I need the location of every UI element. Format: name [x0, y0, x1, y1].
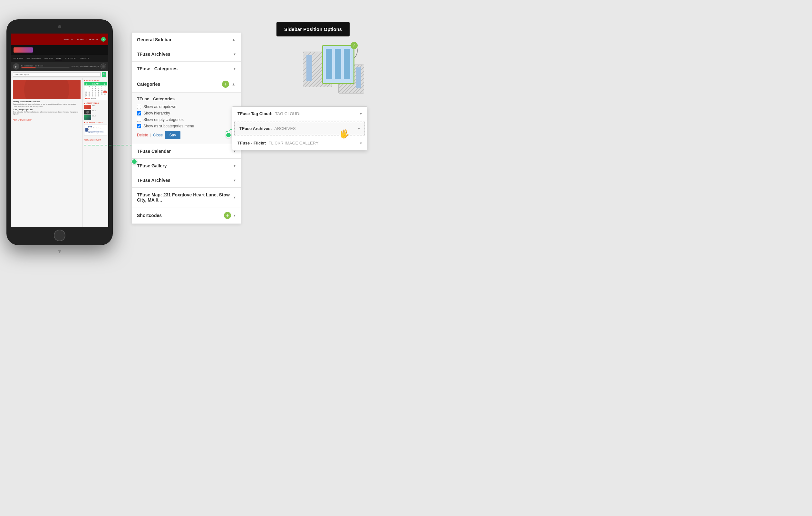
sidebar-panel: General Sidebar ▲ TFuse Archives ▾ TFuse…	[132, 32, 241, 224]
orci-text: Detur adipiscing elit. Vivamus luctus an…	[13, 111, 81, 115]
nav-news[interactable]: NEWS & PROMOS	[25, 57, 42, 60]
player-progress	[21, 67, 36, 69]
tfuse-map-title: TFuse Map: 231 Foxglove Heart Lane, Stow…	[137, 192, 234, 202]
categories-header[interactable]: Categories + ▲	[132, 76, 241, 92]
tfuse-gallery-header[interactable]: TFuse Gallery ▾	[132, 159, 241, 173]
categories-add-button[interactable]: +	[222, 81, 229, 88]
orci-title: r Orci, Quisque Eget Odio	[13, 109, 81, 111]
shortcodes-chevron: ▾	[234, 213, 236, 218]
checkbox-dropdown: Show as dropdown	[137, 105, 236, 109]
general-sidebar-title: General Sidebar	[137, 37, 171, 42]
tablet-device: SIGN-UP | LOGIN | SEARCH ♪ LOCATIONS NEW…	[0, 0, 119, 258]
post-comment-link-2[interactable]: POST A NEW COMMENT	[84, 139, 101, 141]
signup-link[interactable]: SIGN-UP	[63, 38, 73, 40]
article-text: Detur adipiscing elit. Vivamus luctus an…	[13, 103, 81, 107]
tfuse-archives-section: TFuse Archives ▾	[132, 47, 241, 62]
featured-image	[13, 80, 81, 99]
login-link[interactable]: LOGIN	[77, 38, 84, 40]
scroll-arrow: ▼	[57, 248, 62, 255]
tfuse-archives-chevron-2: ▾	[234, 178, 236, 183]
tablet-header: SIGN-UP | LOGIN | SEARCH ♪	[11, 33, 108, 45]
close-link[interactable]: Close	[153, 133, 163, 137]
categories-chevron: ▲	[232, 82, 236, 86]
categories-title: Categories	[137, 82, 160, 87]
events-label: Events	[85, 98, 90, 99]
checkbox-hierarchy-input[interactable]	[137, 111, 141, 115]
delete-close-row: Delete | Close Sav	[137, 131, 236, 139]
facebook-widget-title: ■ FACEBOOK ACTIVITY	[84, 121, 107, 124]
nav-shortcodes[interactable]: SHORTCODES	[63, 57, 77, 60]
checkbox-empty: Show empty categories	[137, 117, 236, 122]
general-sidebar-header[interactable]: General Sidebar ▲	[132, 33, 241, 47]
tablet-player: ▶ DJ Kaleidoscope - Sky & Sand Next Song…	[11, 62, 108, 71]
tablet-main-content: Vading the Summer Festivals Detur adipis…	[11, 78, 83, 227]
tfuse-archives-section-2: TFuse Archives ▾	[132, 173, 241, 188]
tfuse-calendar-title: TFuse Calendar	[137, 149, 171, 154]
dropdown-row-flickr[interactable]: TFuse - Flickr: FLICKR IMAGE GALLERY: ▾	[232, 136, 367, 150]
cal-next[interactable]: ▶	[105, 83, 106, 85]
tfuse-map-section: TFuse Map: 231 Foxglove Heart Lane, Stow…	[132, 188, 241, 207]
tagcloud-arrow: ▾	[360, 112, 362, 116]
checkbox-dropdown-label: Show as dropdown	[143, 105, 176, 109]
tooltip-arrow-svg	[0, 0, 812, 516]
video-thumb-1: Video 1	[84, 105, 107, 109]
tfuse-archives-title-2: TFuse Archives	[137, 178, 170, 183]
tfuse-categories-title: TFuse - Categories	[137, 66, 178, 71]
tablet-search-input[interactable]	[13, 72, 100, 77]
shortcodes-title: Shortcodes	[137, 213, 162, 218]
tfuse-gallery-title: TFuse Gallery	[137, 163, 167, 168]
checkbox-hierarchy: Show hierarchy	[137, 111, 236, 115]
flickr-arrow: ▾	[360, 141, 362, 145]
tfuse-gallery-section: TFuse Gallery ▾	[132, 159, 241, 173]
tfuse-calendar-header[interactable]: TFuse Calendar ▾	[132, 144, 241, 158]
next-song: Next Song: Rudimental - Not Giving U	[71, 65, 98, 67]
tfuse-archives-header[interactable]: TFuse Archives ▾	[132, 47, 241, 61]
categories-section: Categories + ▲ TFuse - Categories Show a…	[132, 76, 241, 144]
tfuse-archives-header-2[interactable]: TFuse Archives ▾	[132, 173, 241, 187]
tagcloud-label: TFuse Tag Cloud: TAG CLOUD:	[237, 111, 300, 116]
general-sidebar-chevron: ▲	[232, 37, 236, 42]
sidebar-option-2[interactable]: ✓	[322, 45, 354, 84]
checkbox-empty-input[interactable]	[137, 118, 141, 122]
play-button[interactable]: ▶	[13, 63, 19, 70]
tfuse-map-header[interactable]: TFuse Map: 231 Foxglove Heart Lane, Stow…	[132, 188, 241, 207]
calendar-widget: ■ VIEW CALENDAR ◀ JANUARY ▶ SMTWTFS	[84, 79, 107, 100]
shortcodes-add-button[interactable]: +	[224, 212, 231, 219]
post-comment-link[interactable]: POST A NEW COMMENT	[13, 119, 32, 121]
nav-contacts[interactable]: CONTACTS	[79, 57, 90, 60]
article-title: Vading the Summer Festivals	[13, 101, 81, 103]
save-button[interactable]: Sav	[165, 131, 181, 139]
tablet-home-button[interactable]	[54, 229, 65, 241]
tfuse-categories-header[interactable]: TFuse - Categories ▾	[132, 62, 241, 76]
tfuse-gallery-chevron: ▾	[234, 164, 236, 168]
search-link[interactable]: SEARCH	[89, 38, 98, 40]
shortcodes-header[interactable]: Shortcodes + ▾	[132, 207, 241, 223]
archives-label: TFuse Archives: ARCHIVES	[239, 126, 296, 131]
calendar-widget-title: ■ VIEW CALENDAR	[84, 79, 107, 81]
flickr-label: TFuse - Flickr: FLICKR IMAGE GALLERY:	[237, 141, 319, 145]
checkbox-empty-label: Show empty categories	[143, 117, 184, 122]
tablet-sidebar: ■ VIEW CALENDAR ◀ JANUARY ▶ SMTWTFS	[83, 78, 108, 227]
tooltip-sidebar-position: Sidebar Position Options	[277, 22, 350, 36]
video-thumb-3: Video 3	[84, 115, 107, 120]
nav-locations[interactable]: LOCATIONS	[12, 57, 24, 60]
dropdown-row-archives[interactable]: TFuse Archives: ARCHIVES ▾	[234, 121, 365, 135]
checkbox-subcategories-input[interactable]	[137, 124, 141, 128]
nav-blog[interactable]: BLOG	[55, 57, 62, 60]
cal-month: JANUARY	[92, 83, 99, 85]
shortcodes-section: Shortcodes + ▾	[132, 207, 241, 224]
delete-link[interactable]: Delete	[137, 133, 148, 137]
current-song: DJ Kaleidoscope - Sky & Sand	[21, 65, 69, 67]
connection-lines	[0, 0, 812, 516]
categories-actions: + ▲	[222, 81, 236, 88]
player-track	[21, 67, 69, 69]
dropdown-row-tagcloud[interactable]: TFuse Tag Cloud: TAG CLOUD: ▾	[232, 107, 367, 121]
tfuse-categories-chevron: ▾	[234, 66, 236, 71]
tfuse-categories-section: TFuse - Categories ▾	[132, 62, 241, 76]
nav-about[interactable]: ABOUT US	[43, 57, 54, 60]
tfuse-cat-expanded-title: TFuse - Categories	[137, 97, 236, 101]
checkbox-dropdown-input[interactable]	[137, 105, 141, 109]
calendar-mini: ◀ JANUARY ▶ SMTWTFS 12345 6789101112 131…	[84, 82, 107, 100]
archives-arrow: ▾	[358, 127, 360, 131]
cal-prev[interactable]: ◀	[85, 83, 87, 85]
